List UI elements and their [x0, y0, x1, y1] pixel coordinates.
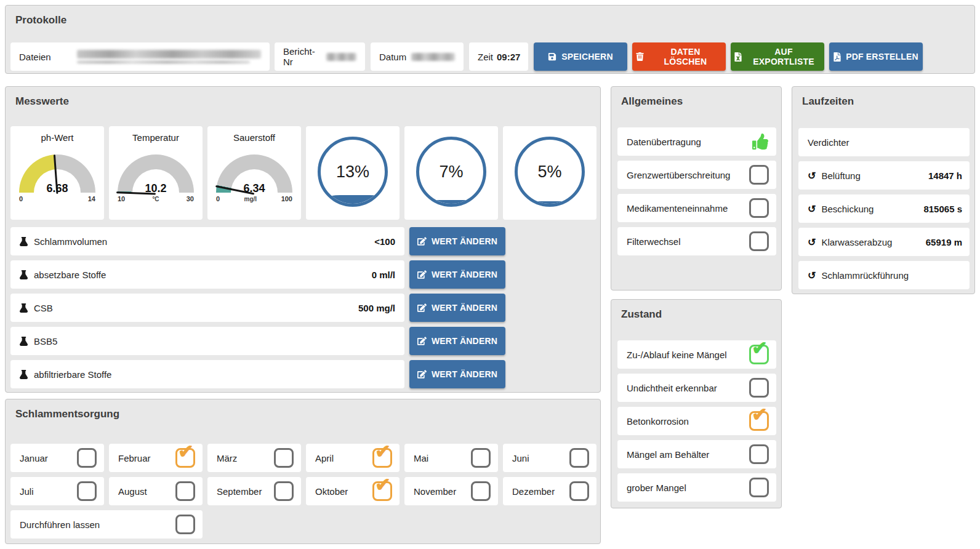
flask-icon — [20, 337, 28, 346]
save-icon — [548, 52, 556, 61]
durchfuehren-lassen: Durchführen lassen — [10, 510, 203, 539]
item-grenzwertueberschreitung: Grenzwertüberschreitung — [617, 161, 776, 189]
row-value: 500 mg/l — [358, 303, 395, 313]
month-checkbox[interactable] — [274, 448, 294, 468]
item-checkbox[interactable] — [749, 411, 769, 431]
month-checkbox[interactable] — [471, 448, 491, 468]
datum-field[interactable]: Datum — [371, 42, 464, 71]
runtime-label: Belüftung — [821, 170, 860, 181]
laufzeiten-title: Laufzeiten — [802, 95, 854, 108]
runtime-label: Verdichter — [808, 137, 849, 148]
item-checkbox[interactable] — [749, 345, 769, 364]
item-datenuebertragung: Datenübertragung — [617, 127, 776, 156]
gauge-arc-sauerstoff: 6.34 — [216, 154, 292, 193]
wert-aendern-button-schlammvolumen[interactable]: WERT ÄNDERN — [409, 227, 505, 255]
wert-aendern-button-bsb5[interactable]: WERT ÄNDERN — [409, 327, 505, 355]
month-checkbox[interactable] — [372, 481, 392, 501]
month-dezember: Dezember — [503, 477, 596, 505]
month-checkbox[interactable] — [274, 481, 294, 501]
month-checkbox[interactable] — [569, 481, 589, 501]
row-label: BSB5 — [34, 336, 57, 347]
gauge-min: 0 — [19, 195, 23, 202]
month-april: April — [306, 444, 400, 472]
daten-loeschen-button[interactable]: DATEN LÖSCHEN — [632, 42, 726, 71]
tank-circle: 5% — [515, 137, 585, 207]
speichern-button[interactable]: SPEICHERN — [534, 42, 627, 71]
runtime-value: 815065 s — [923, 204, 962, 214]
wert-aendern-button-absetzbare-stoffe[interactable]: WERT ÄNDERN — [409, 260, 505, 289]
edit-icon — [417, 337, 427, 345]
gauge-arc-ph: 6.68 — [19, 154, 95, 193]
month-checkbox[interactable] — [372, 448, 392, 468]
item-checkbox[interactable] — [749, 165, 769, 185]
protokolle-section: Protokolle Dateien Bericht-Nr Datum Zeit… — [5, 5, 975, 74]
runtime-value: 65919 m — [926, 237, 962, 247]
gauge-min: 10 — [118, 195, 125, 202]
month-august: August — [109, 477, 203, 505]
edit-icon — [417, 303, 427, 312]
dateien-field[interactable]: Dateien — [10, 42, 270, 71]
thumbs-up-icon[interactable] — [752, 134, 769, 150]
pdf-erstellen-button[interactable]: PDF ERSTELLEN — [829, 42, 923, 71]
runtime-label: Beschickung — [821, 204, 874, 214]
runtime-beschickung: ↺ Beschickung 815065 s — [798, 194, 970, 223]
month-checkbox[interactable] — [77, 481, 97, 501]
tank-circle: 13% — [318, 137, 388, 207]
month-checkbox[interactable] — [175, 481, 195, 501]
messwerte-section: Messwerte ph-Wert 6.68 0 14 Temperatur 1… — [5, 86, 601, 393]
row-abfiltrierbare-stoffe: abfiltrierbare Stoffe — [10, 360, 404, 388]
month-checkbox[interactable] — [175, 448, 195, 468]
bericht-nr-value-redacted — [326, 53, 356, 61]
bericht-nr-field[interactable]: Bericht-Nr — [275, 42, 365, 71]
month-label: September — [217, 486, 262, 497]
flask-icon — [20, 370, 28, 379]
row-bsb5: BSB5 — [10, 327, 404, 355]
tank-circle: 7% — [416, 137, 486, 207]
datum-label: Datum — [379, 52, 406, 62]
row-csb: CSB 500 mg/l — [10, 294, 404, 322]
item-label: Filterwechsel — [627, 236, 681, 247]
zeit-value: 09:27 — [497, 52, 520, 62]
edit-icon — [417, 370, 427, 379]
datum-value-redacted — [411, 53, 455, 61]
item-checkbox[interactable] — [749, 444, 769, 464]
wert-aendern-button-csb[interactable]: WERT ÄNDERN — [409, 294, 505, 322]
durchfuehren-lassen-checkbox[interactable] — [175, 515, 195, 534]
item-checkbox[interactable] — [749, 231, 769, 251]
auf-exportliste-button[interactable]: AUF EXPORTLISTE — [731, 42, 824, 71]
row-label: CSB — [34, 303, 53, 313]
month-checkbox[interactable] — [471, 481, 491, 501]
item-label: Grenzwertüberschreitung — [627, 170, 730, 180]
row-value: <100 — [374, 236, 395, 247]
runtime-klarwasserabzug: ↺ Klarwasserabzug 65919 m — [798, 228, 970, 256]
flask-icon — [20, 303, 28, 313]
gauge-value: 6.34 — [216, 182, 292, 195]
row-absetzbare-stoffe: absetzbare Stoffe 0 ml/l — [10, 260, 404, 289]
month-mai: Mai — [404, 444, 498, 472]
allgemeines-title: Allgemeines — [621, 95, 683, 108]
zustand-title: Zustand — [621, 308, 662, 321]
tank-percent: 5% — [518, 140, 582, 204]
history-icon: ↺ — [808, 170, 816, 182]
wert-aendern-button-abfiltrierbare-stoffe[interactable]: WERT ÄNDERN — [409, 360, 505, 388]
item-zu-ablauf-keine-maengel: Zu-/Ablauf keine Mängel — [617, 340, 776, 369]
edit-icon — [417, 270, 427, 279]
gauge-max: 100 — [281, 195, 292, 202]
gauge-unit: °C — [152, 196, 159, 202]
zeit-field[interactable]: Zeit 09:27 — [469, 42, 528, 71]
month-label: April — [315, 453, 334, 463]
item-label: Datenübertragung — [627, 137, 701, 147]
month-checkbox[interactable] — [77, 448, 97, 468]
row-label: abfiltrierbare Stoffe — [34, 369, 111, 380]
month-label: Dezember — [512, 486, 555, 497]
month-juli: Juli — [10, 477, 104, 505]
month-checkbox[interactable] — [569, 448, 589, 468]
schlammentsorgung-title: Schlammentsorgung — [15, 408, 119, 420]
file-pdf-icon — [833, 52, 841, 62]
item-grober-mangel: grober Mangel — [617, 473, 776, 502]
item-checkbox[interactable] — [749, 478, 769, 497]
item-checkbox[interactable] — [749, 198, 769, 218]
item-checkbox[interactable] — [749, 378, 769, 398]
month-september: September — [207, 477, 301, 505]
zeit-label: Zeit — [478, 52, 493, 62]
